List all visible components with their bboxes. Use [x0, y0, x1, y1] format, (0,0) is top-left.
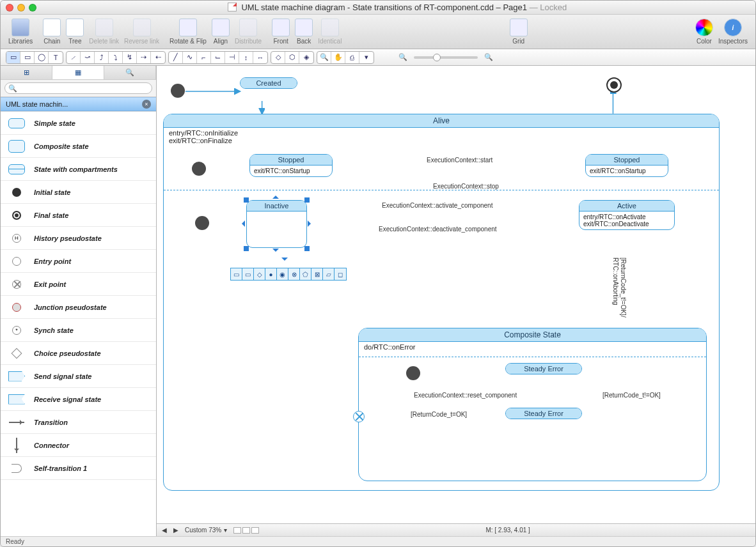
- close-window-button[interactable]: [6, 4, 13, 12]
- diagram-canvas[interactable]: Created Alive entry/RTC::onInitializeexi…: [157, 66, 755, 536]
- align-button[interactable]: Align: [212, 19, 230, 45]
- initial-node-alive1[interactable]: [192, 162, 206, 176]
- front-button[interactable]: Front: [272, 19, 290, 45]
- libraries-button[interactable]: Libraries: [8, 19, 33, 45]
- state-created[interactable]: Created: [240, 77, 297, 89]
- label-ec-stop: ExecutionContext::stop: [432, 183, 500, 190]
- label-activate: ExecutionContext::activate_component: [381, 202, 494, 209]
- exit-point[interactable]: [353, 411, 365, 422]
- prev-page-icon[interactable]: ◀: [162, 527, 167, 534]
- state-inactive[interactable]: Inactive: [246, 200, 307, 248]
- main-toolbar: Libraries Chain Tree Delete link Reverse…: [1, 15, 755, 49]
- final-node[interactable]: [606, 77, 622, 93]
- zoom-level[interactable]: Custom 73%: [185, 527, 221, 534]
- shape-connector[interactable]: Connector: [1, 434, 156, 457]
- library-search-input[interactable]: [4, 82, 152, 94]
- library-header[interactable]: UML state machin... ×: [1, 97, 156, 111]
- zoom-slider[interactable]: [414, 56, 478, 59]
- initial-node-composite[interactable]: [406, 366, 420, 380]
- state-stopped-left[interactable]: Stopped exit/RTC::onStartup: [249, 154, 333, 177]
- shape-composite-state[interactable]: Composite state: [1, 135, 156, 158]
- tree-button[interactable]: Tree: [66, 19, 84, 45]
- ctx-rect-icon[interactable]: ▭: [231, 268, 242, 280]
- state-composite[interactable]: Composite State do/RTC::onError: [358, 328, 707, 481]
- window-controls: [6, 4, 36, 12]
- view-tools[interactable]: 🔍✋⎙▾: [317, 51, 374, 64]
- app-window: UML state machine diagram - State transi…: [0, 0, 756, 547]
- label-guard-ok2: [ReturnCode_t!=OK]: [601, 392, 662, 399]
- back-button[interactable]: Back: [295, 19, 313, 45]
- zoom-tool-icon[interactable]: 🔍: [317, 52, 331, 63]
- library-sidebar: ⊞ ▦ 🔍 🔍 UML state machin... × Simple sta…: [1, 66, 157, 536]
- shape-exit-point[interactable]: Exit point: [1, 273, 156, 296]
- shape-tool-row: ▭ ▭ ◯ T ⟋⤻⤴⤵↯⇢⇠ ╱∿⌐⌙⊣↕↔ ◇⬡◈ 🔍✋⎙▾ 🔍 🔍: [1, 49, 755, 66]
- shape-send-signal[interactable]: Send signal state: [1, 365, 156, 388]
- distribute-button[interactable]: Distribute: [235, 19, 262, 45]
- chain-button[interactable]: Chain: [43, 19, 61, 45]
- titlebar: UML state machine diagram - State transi…: [1, 1, 755, 15]
- initial-node-top[interactable]: [171, 84, 185, 98]
- search-icon: 🔍: [8, 84, 17, 93]
- sidebar-tab-search[interactable]: 🔍: [104, 66, 156, 79]
- label-aborting: RTC::onAborting: [611, 258, 620, 305]
- grid-button[interactable]: Grid: [510, 19, 528, 45]
- rect-tool-icon[interactable]: ▭: [20, 52, 35, 63]
- context-toolbar[interactable]: ▭▭◇●◉⊗⬠⊠▱◻: [230, 268, 347, 281]
- zoom-window-button[interactable]: [29, 4, 36, 12]
- shape-synch[interactable]: *Synch state: [1, 319, 156, 342]
- reverse-link-button[interactable]: Reverse link: [124, 19, 159, 45]
- shape-list: Simple state Composite state State with …: [1, 111, 156, 536]
- text-tool-icon[interactable]: T: [49, 52, 63, 63]
- selection-tools[interactable]: ▭ ▭ ◯ T: [6, 51, 63, 64]
- color-button[interactable]: Color: [695, 19, 713, 45]
- connector-tools[interactable]: ⟋⤻⤴⤵↯⇢⇠: [66, 51, 166, 64]
- shape-self-transition[interactable]: Self-transition 1: [1, 457, 156, 480]
- label-reset: ExecutionContext::reset_component: [413, 392, 518, 399]
- pointer-tool-icon[interactable]: ▭: [6, 52, 20, 63]
- sidebar-tab-grid[interactable]: ▦: [52, 66, 104, 79]
- vertex-tools[interactable]: ◇⬡◈: [271, 51, 314, 64]
- line-tool-icon[interactable]: ⟋: [67, 52, 81, 63]
- rotate-flip-button[interactable]: Rotate & Flip: [169, 19, 207, 45]
- identical-button[interactable]: Identical: [318, 19, 342, 45]
- shape-compartments[interactable]: State with compartments: [1, 158, 156, 181]
- path-tools[interactable]: ╱∿⌐⌙⊣↕↔: [168, 51, 268, 64]
- next-page-icon[interactable]: ▶: [173, 527, 178, 534]
- shape-entry-point[interactable]: Entry point: [1, 250, 156, 273]
- label-guard-ok: [ReturnCode_t=OK]: [409, 411, 468, 418]
- shape-junction[interactable]: Junction pseudostate: [1, 296, 156, 319]
- label-deactivate: ExecutionContext::deactivate_component: [377, 226, 498, 233]
- document-icon: [228, 3, 237, 12]
- app-statusbar: Ready: [1, 536, 755, 546]
- shape-choice[interactable]: Choice pseudostate: [1, 342, 156, 365]
- state-stopped-right[interactable]: Stopped exit/RTC::onStartup: [585, 154, 668, 177]
- close-library-icon[interactable]: ×: [142, 100, 151, 109]
- shape-simple-state[interactable]: Simple state: [1, 112, 156, 135]
- canvas-statusbar: ◀ ▶ Custom 73% ▾ M: [ 2.93, 4.01 ]: [157, 523, 755, 536]
- sidebar-tab-tree[interactable]: ⊞: [1, 66, 52, 79]
- shape-transition[interactable]: Transition: [1, 411, 156, 434]
- shape-initial-state[interactable]: Initial state: [1, 181, 156, 204]
- delete-link-button[interactable]: Delete link: [89, 19, 119, 45]
- state-steady-error-1[interactable]: Steady Error: [505, 363, 582, 374]
- window-title: UML state machine diagram - State transi…: [44, 3, 750, 12]
- state-active[interactable]: Active entry/RTC::onActivateexit/RTC::on…: [579, 200, 675, 230]
- shape-final-state[interactable]: Final state: [1, 204, 156, 227]
- cursor-coords: [ 2.93, 4.01 ]: [494, 527, 530, 534]
- zoom-out-icon[interactable]: 🔍: [398, 53, 407, 61]
- status-ready: Ready: [6, 538, 24, 545]
- label-ec-start: ExecutionContext::start: [425, 157, 494, 164]
- initial-node-alive2[interactable]: [195, 216, 209, 230]
- inspectors-button[interactable]: iInspectors: [718, 19, 748, 45]
- page-thumbnails[interactable]: [233, 527, 259, 534]
- hand-tool-icon[interactable]: ✋: [331, 52, 345, 63]
- state-steady-error-2[interactable]: Steady Error: [505, 408, 582, 419]
- zoom-in-icon[interactable]: 🔍: [484, 53, 493, 61]
- minimize-window-button[interactable]: [17, 4, 25, 12]
- shape-receive-signal[interactable]: Receive signal state: [1, 388, 156, 411]
- ellipse-tool-icon[interactable]: ◯: [35, 52, 49, 63]
- shape-history[interactable]: HHistory pseudostate: [1, 227, 156, 250]
